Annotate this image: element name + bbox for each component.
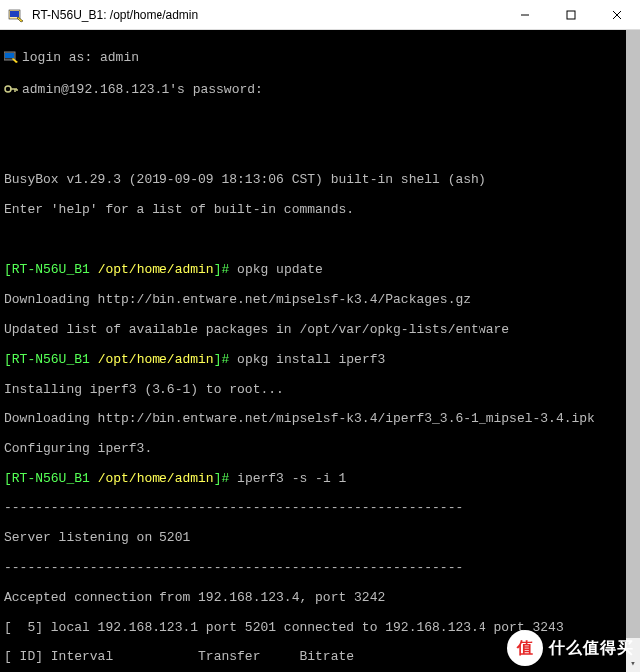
output-line: Installing iperf3 (3.6-1) to root... <box>4 383 622 398</box>
window-title: RT-N56U_B1: /opt/home/admin <box>32 8 502 22</box>
banner-line-2: Enter 'help' for a list of built-in comm… <box>4 203 622 218</box>
scrollbar[interactable]: ▾ <box>626 30 640 672</box>
cmd-iperf3: iperf3 -s -i 1 <box>237 471 346 486</box>
pw-prompt-suffix: 's password: <box>169 82 263 97</box>
watermark: 值 什么值得买 <box>507 630 634 666</box>
cmd-opkg-update: opkg update <box>237 262 323 277</box>
putty-icon <box>8 7 24 23</box>
prompt-host: RT-N56U_B1 <box>12 262 90 277</box>
window-controls <box>502 0 640 30</box>
scrollbar-thumb[interactable] <box>626 30 640 638</box>
accepted-line: Accepted connection from 192.168.123.4, … <box>4 591 622 606</box>
divider: ----------------------------------------… <box>4 561 622 576</box>
svg-rect-3 <box>567 11 575 19</box>
window-titlebar[interactable]: RT-N56U_B1: /opt/home/admin <box>0 0 640 30</box>
prompt-path: /opt/home/admin <box>98 262 214 277</box>
maximize-button[interactable] <box>548 0 594 30</box>
login-prompt-text: login as: <box>22 50 100 65</box>
divider: ----------------------------------------… <box>4 502 622 516</box>
watermark-badge: 值 <box>507 630 543 666</box>
output-line: Updated list of available packages in /o… <box>4 323 622 338</box>
login-user: admin <box>100 50 139 65</box>
terminal-output[interactable]: login as: admin admin@192.168.123.1's pa… <box>0 30 626 672</box>
key-icon <box>4 83 22 100</box>
server-listening: Server listening on 5201 <box>4 531 622 546</box>
pw-prompt-user: admin@192.168.123.1 <box>22 82 169 97</box>
close-button[interactable] <box>594 0 640 30</box>
watermark-text: 什么值得买 <box>549 638 634 659</box>
output-line: Configuring iperf3. <box>4 442 622 457</box>
output-line: Downloading http://bin.entware.net/mipse… <box>4 293 622 308</box>
svg-rect-7 <box>5 53 14 58</box>
terminal-icon <box>4 51 22 68</box>
svg-rect-1 <box>10 11 19 17</box>
output-line: Downloading http://bin.entware.net/mipse… <box>4 412 622 427</box>
cmd-opkg-install: opkg install iperf3 <box>237 352 385 367</box>
banner-line-1: BusyBox v1.29.3 (2019-09-09 18:13:06 CST… <box>4 173 622 188</box>
minimize-button[interactable] <box>502 0 548 30</box>
